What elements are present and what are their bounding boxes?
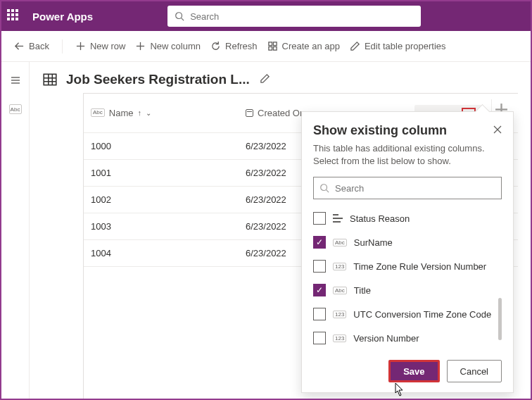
popover-title: Show existing column [313,123,447,138]
save-button[interactable]: Save [388,360,439,382]
search-icon [175,11,184,21]
column-option[interactable]: Abc SurName [313,230,502,254]
column-option-label: Title [354,285,371,296]
refresh-button[interactable]: Refresh [210,41,258,51]
sort-asc-icon: ↑ [137,108,141,117]
title-bar: Job Seekers Registration L... [42,72,518,87]
svg-line-24 [327,190,329,193]
column-type-icon: Abc [333,287,347,294]
svg-rect-14 [44,74,56,85]
column-option-label: Status Reason [350,213,410,224]
column-option[interactable]: 123 Time Zone Rule Version Number [313,254,502,278]
refresh-label: Refresh [225,41,258,51]
column-option[interactable]: 123 UTC Conversion Time Zone Code [313,302,502,326]
main: Job Seekers Registration L... Abc Name ↑ [30,62,531,399]
column-option-label: Version Number [353,333,419,344]
cell-name: 1000 [84,132,239,159]
checkbox[interactable] [313,260,326,273]
pencil-icon [350,41,360,51]
global-search[interactable] [167,6,421,27]
col-name-label: Name [109,108,134,118]
brand-title: Power Apps [32,11,93,23]
svg-rect-8 [273,42,277,46]
checkbox[interactable] [313,236,326,249]
chevron-down-icon: ⌄ [146,109,151,117]
pencil-icon [260,73,270,84]
scrollbar-thumb[interactable] [498,298,502,340]
refresh-icon [210,41,221,51]
arrow-left-icon [14,41,25,51]
cell-name: 1002 [84,186,239,213]
close-icon [493,125,502,134]
hamburger-icon [10,75,21,86]
command-bar: Back New row New column Refresh Create a… [1,31,531,62]
body: Abc Job Seekers Registration L... Abc Na… [1,62,531,399]
page-title: Job Seekers Registration L... [66,72,250,87]
popover-description: This table has additional existing colum… [313,142,502,167]
col-created-label: Created On [258,108,305,118]
create-app-button[interactable]: Create an app [267,41,340,51]
column-option-label: SurName [354,237,393,248]
save-label: Save [403,366,424,377]
back-label: Back [29,41,49,51]
checkbox[interactable] [313,284,326,296]
edit-props-label: Edit table properties [365,41,446,51]
column-header-name[interactable]: Abc Name ↑ ⌄ [84,94,239,132]
search-icon [319,183,329,193]
svg-line-1 [182,18,184,21]
checkbox[interactable] [313,308,326,320]
cell-name: 1003 [84,213,239,239]
column-type-icon: Abc [333,239,347,246]
svg-rect-7 [268,42,272,46]
new-row-label: New row [90,41,126,51]
popover-search[interactable] [313,177,502,199]
column-option[interactable]: Abc Title [313,278,502,302]
column-list[interactable]: Status Reason Abc SurName 123 Time Zone … [313,206,502,350]
svg-rect-9 [268,46,272,50]
top-bar: Power Apps [1,1,531,31]
column-option-label: UTC Conversion Time Zone Code [353,309,491,320]
new-column-button[interactable]: New column [135,41,201,51]
edit-title-button[interactable] [260,73,270,86]
popover-search-input[interactable] [335,183,495,194]
show-existing-column-popover: Show existing column This table has addi… [301,111,514,393]
column-type-icon: 123 [333,335,346,342]
plus-icon [135,41,146,51]
cell-name: 1004 [84,239,239,266]
back-button[interactable]: Back [14,41,49,51]
column-type-icon: 123 [333,311,346,318]
plus-icon [75,41,86,51]
table-icon [42,72,58,87]
svg-rect-10 [273,46,277,50]
calendar-type-icon [246,109,253,117]
cancel-label: Cancel [460,366,488,377]
separator [62,39,63,54]
checkbox[interactable] [313,212,326,225]
create-app-label: Create an app [282,41,340,51]
cancel-button[interactable]: Cancel [447,360,502,382]
close-button[interactable] [493,125,502,136]
app-launcher-icon[interactable] [7,9,21,23]
svg-point-0 [176,13,182,19]
checkbox[interactable] [313,332,326,344]
popover-actions: Save Cancel [313,360,502,382]
rail-table-icon[interactable]: Abc [9,104,22,114]
edit-table-props-button[interactable]: Edit table properties [350,41,446,51]
rail-hamburger[interactable] [4,69,27,92]
new-row-button[interactable]: New row [75,41,126,51]
left-rail: Abc [1,62,30,399]
column-option-label: Time Zone Rule Version Number [353,261,486,272]
column-option[interactable]: 123 Version Number [313,326,502,350]
global-search-input[interactable] [190,11,414,22]
cell-name: 1001 [84,159,239,186]
svg-point-23 [321,185,327,191]
grid-icon [267,41,278,51]
column-type-icon: 123 [333,263,346,270]
optionset-type-icon [333,214,343,223]
column-option[interactable]: Status Reason [313,206,502,230]
new-column-label: New column [150,41,201,51]
text-type-icon: Abc [91,108,105,117]
